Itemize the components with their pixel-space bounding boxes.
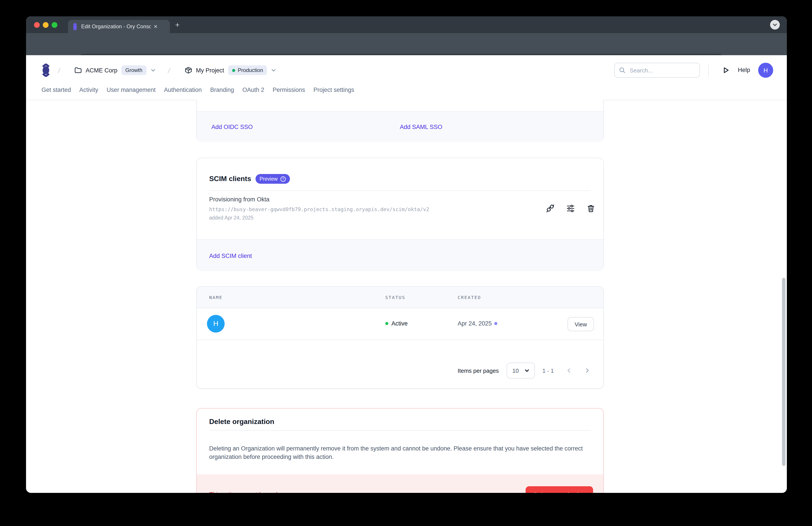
- window-minimize-button[interactable]: [43, 22, 48, 28]
- nav-activity[interactable]: Activity: [79, 87, 98, 93]
- browser-window: Edit Organization - Ory Console ✕ + cons…: [26, 16, 787, 493]
- nav-user-management[interactable]: User management: [106, 87, 156, 93]
- search-icon: [619, 67, 625, 73]
- previous-page-icon[interactable]: [566, 368, 572, 374]
- add-oidc-sso-link[interactable]: Add OIDC SSO: [212, 124, 253, 130]
- run-play-icon[interactable]: [722, 67, 729, 74]
- scim-client-name: Provisioning from Okta: [209, 196, 270, 203]
- settings-sliders-icon[interactable]: [566, 204, 575, 213]
- view-button[interactable]: View: [567, 317, 594, 331]
- add-scim-client-link[interactable]: Add SCIM client: [209, 253, 252, 259]
- add-saml-sso-link[interactable]: Add SAML SSO: [400, 124, 443, 130]
- help-link[interactable]: Help: [738, 67, 750, 73]
- package-icon: [185, 67, 192, 74]
- breadcrumb-workspace[interactable]: ACME Corp Growth: [75, 61, 155, 79]
- browser-toolbar: console.staging.ory.dev/projects/d087b7a…: [26, 33, 787, 55]
- scim-client-added: added Apr 24, 2025: [209, 215, 253, 221]
- nav-branding[interactable]: Branding: [210, 87, 234, 93]
- row-divider: [197, 340, 603, 340]
- column-status: STATUS: [385, 287, 405, 308]
- browser-tab[interactable]: Edit Organization - Ory Console ✕: [68, 20, 170, 33]
- ory-favicon-icon: [72, 23, 78, 30]
- status-active-dot: [385, 322, 388, 325]
- sso-card-footer: Add OIDC SSO Add SAML SSO: [197, 111, 603, 142]
- nav-permissions[interactable]: Permissions: [273, 87, 305, 93]
- connection-plug-icon[interactable]: [546, 204, 555, 213]
- column-name: NAME: [209, 287, 223, 308]
- global-search[interactable]: [614, 63, 700, 78]
- breadcrumb-project[interactable]: My Project Production: [185, 61, 276, 79]
- project-nav: Get started Activity User management Aut…: [42, 80, 354, 100]
- table-header: NAME STATUS CREATED: [197, 287, 603, 308]
- nav-authentication[interactable]: Authentication: [164, 87, 202, 93]
- screen: Edit Organization - Ory Console ✕ + cons…: [0, 0, 812, 526]
- scim-card-divider: [209, 190, 591, 191]
- production-dot: [232, 69, 235, 72]
- tab-close-icon[interactable]: ✕: [154, 24, 158, 29]
- created-cell: Apr 24, 2025: [458, 320, 492, 327]
- scim-client-url: https://busy-beaver-gqwvd0fb79.projects.…: [209, 206, 429, 212]
- sso-card: Add OIDC SSO Add SAML SSO: [197, 100, 604, 141]
- chevron-down-icon: [151, 69, 155, 72]
- svg-text:?: ?: [282, 177, 284, 181]
- search-input[interactable]: [629, 67, 692, 74]
- project-name: My Project: [196, 67, 224, 73]
- nav-project-settings[interactable]: Project settings: [314, 87, 354, 93]
- folder-icon: [75, 67, 82, 73]
- preview-badge: Preview ?: [256, 174, 290, 184]
- breadcrumb-slash: /: [57, 67, 61, 74]
- ory-logo-icon[interactable]: [41, 63, 51, 77]
- scim-card-footer: Add SCIM client: [197, 239, 603, 271]
- items-per-page-label: Items per pages: [458, 368, 499, 374]
- nav-get-started[interactable]: Get started: [42, 87, 71, 93]
- delete-organization-button[interactable]: Delete organization: [526, 486, 593, 493]
- window-close-button[interactable]: [34, 22, 40, 28]
- chevron-down-icon: [271, 69, 276, 72]
- nav-oauth2[interactable]: OAuth 2: [242, 87, 264, 93]
- header-divider: [708, 64, 709, 76]
- chevron-down-icon: [773, 24, 777, 26]
- tab-title: Edit Organization - Ory Console: [81, 24, 151, 30]
- scim-clients-card: SCIM clients Preview ? Provisioning from…: [197, 158, 604, 270]
- danger-warning-text: This action cannot be undone.: [209, 491, 289, 493]
- chevron-down-icon: [525, 369, 529, 372]
- status-badge: Active: [391, 320, 408, 327]
- scrollbar-thumb[interactable]: [782, 278, 785, 466]
- organizations-table-card: NAME STATUS CREATED H Active Apr 24, 202…: [197, 286, 604, 389]
- window-zoom-button[interactable]: [52, 22, 57, 28]
- tab-strip: Edit Organization - Ory Console ✕ +: [26, 16, 787, 33]
- new-tab-button[interactable]: +: [175, 21, 179, 30]
- plan-badge: Growth: [121, 65, 146, 75]
- danger-description: Deleting an Organization will permanentl…: [209, 444, 591, 461]
- tab-search-button[interactable]: [770, 20, 780, 30]
- environment-badge: Production: [228, 65, 267, 75]
- scim-card-title: SCIM clients: [209, 175, 251, 183]
- help-circle-icon[interactable]: ?: [280, 176, 286, 182]
- danger-card-footer: This action cannot be undone. Delete org…: [197, 474, 603, 493]
- next-page-icon[interactable]: [584, 368, 590, 374]
- column-created: CREATED: [458, 287, 481, 308]
- delete-organization-card: Delete organization Deleting an Organiza…: [197, 408, 604, 493]
- page-range: 1 - 1: [542, 368, 554, 374]
- row-avatar: H: [207, 315, 224, 332]
- danger-card-divider: [209, 430, 591, 431]
- breadcrumb-slash: /: [167, 67, 171, 74]
- danger-card-title: Delete organization: [209, 418, 274, 426]
- page-size-select[interactable]: 10: [507, 362, 535, 379]
- user-avatar[interactable]: H: [758, 63, 773, 78]
- trash-icon[interactable]: [586, 204, 595, 213]
- created-indicator-dot: [494, 322, 497, 325]
- workspace-name: ACME Corp: [86, 67, 117, 73]
